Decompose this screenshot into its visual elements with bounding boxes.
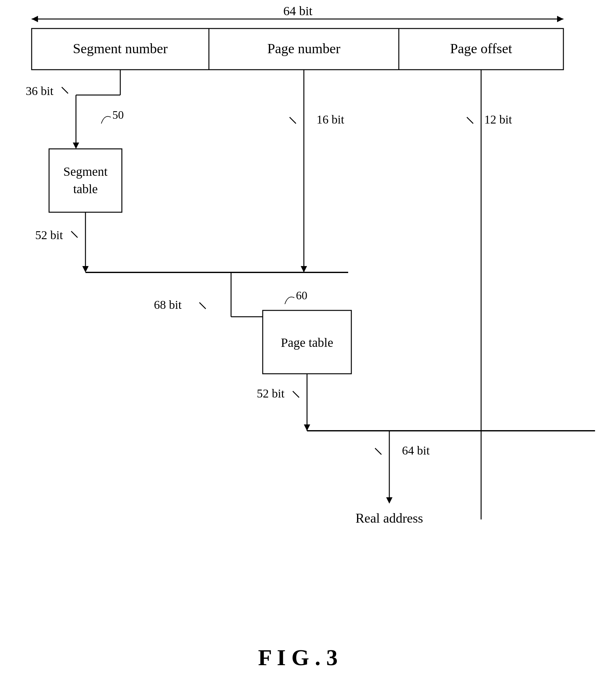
page-number-label: Page number: [267, 41, 341, 56]
page-16bit-label: 16 bit: [316, 113, 344, 126]
page-table-label: Page table: [281, 335, 333, 350]
top-bit-label: 64 bit: [283, 4, 312, 18]
segment-number-label: Segment number: [73, 41, 168, 56]
segment-table-label-line1: Segment: [63, 165, 108, 179]
segment-36bit-label: 36 bit: [26, 84, 53, 98]
svg-rect-11: [49, 149, 122, 212]
svg-line-26: [200, 302, 206, 309]
real-address-label: Real address: [356, 511, 423, 525]
svg-line-20: [467, 117, 473, 124]
segment-table-id: 50: [112, 109, 124, 121]
segment-52bit-label: 52 bit: [35, 228, 63, 242]
svg-line-34: [375, 448, 381, 454]
page-table-68bit-label: 68 bit: [154, 298, 182, 311]
svg-line-13: [71, 231, 78, 238]
svg-marker-9: [73, 143, 79, 149]
page-offset-12bit-label: 12 bit: [484, 113, 512, 126]
svg-marker-1: [32, 16, 38, 22]
svg-marker-17: [301, 266, 307, 272]
svg-marker-31: [304, 424, 310, 431]
page-offset-label: Page offset: [450, 41, 512, 56]
svg-line-18: [290, 117, 296, 124]
svg-line-10: [62, 87, 68, 94]
figure-label: F I G . 3: [258, 645, 337, 670]
page-table-52bit-label: 52 bit: [257, 387, 285, 400]
svg-marker-2: [557, 16, 563, 22]
svg-line-29: [293, 391, 299, 398]
svg-marker-36: [386, 497, 392, 504]
page-table-id: 60: [296, 289, 307, 302]
diagram-container: 64 bit Segment number Page number Page o…: [0, 0, 596, 700]
segment-table-label-line2: table: [73, 182, 98, 196]
svg-marker-15: [82, 266, 88, 272]
final-64bit-label: 64 bit: [402, 444, 430, 457]
